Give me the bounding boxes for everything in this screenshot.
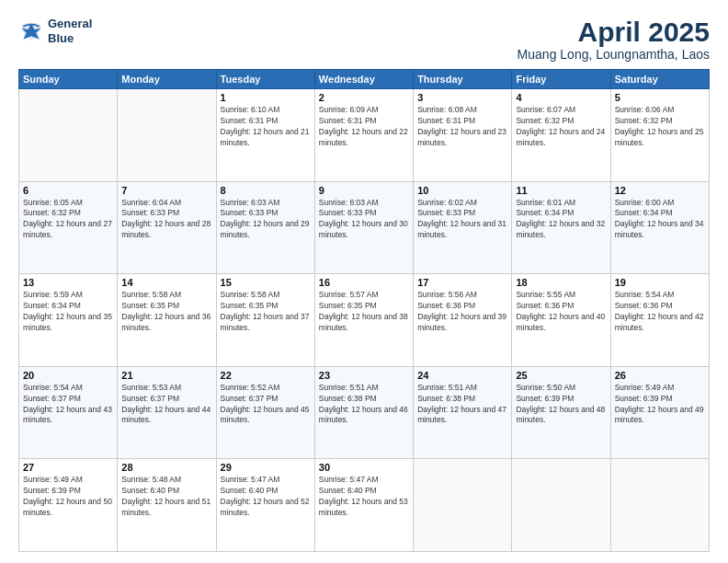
day-detail: Sunrise: 5:58 AMSunset: 6:35 PMDaylight:… — [221, 290, 311, 334]
calendar-week-row: 27Sunrise: 5:49 AMSunset: 6:39 PMDayligh… — [19, 459, 710, 552]
day-number: 2 — [319, 92, 409, 103]
calendar-cell: 11Sunrise: 6:01 AMSunset: 6:34 PMDayligh… — [512, 181, 610, 274]
calendar-cell: 6Sunrise: 6:05 AMSunset: 6:32 PMDaylight… — [19, 181, 118, 274]
calendar-cell — [512, 459, 610, 552]
calendar-week-row: 20Sunrise: 5:54 AMSunset: 6:37 PMDayligh… — [19, 366, 710, 459]
day-number: 13 — [23, 277, 113, 288]
day-number: 7 — [121, 185, 211, 196]
day-detail: Sunrise: 6:08 AMSunset: 6:31 PMDaylight:… — [417, 105, 507, 149]
day-number: 26 — [615, 370, 705, 381]
day-number: 15 — [221, 277, 311, 288]
calendar-header: Sunday Monday Tuesday Wednesday Thursday… — [19, 70, 710, 89]
calendar-cell: 18Sunrise: 5:55 AMSunset: 6:36 PMDayligh… — [512, 274, 610, 367]
day-number: 23 — [319, 370, 409, 381]
day-detail: Sunrise: 5:50 AMSunset: 6:39 PMDaylight:… — [516, 383, 606, 427]
day-number: 16 — [319, 277, 409, 288]
calendar-cell: 4Sunrise: 6:07 AMSunset: 6:32 PMDaylight… — [512, 89, 610, 182]
calendar-cell: 30Sunrise: 5:47 AMSunset: 6:40 PMDayligh… — [314, 459, 413, 552]
calendar-cell: 14Sunrise: 5:58 AMSunset: 6:35 PMDayligh… — [118, 274, 216, 367]
day-number: 14 — [121, 277, 211, 288]
location-title: Muang Long, Loungnamtha, Laos — [518, 47, 710, 62]
day-number: 6 — [23, 185, 113, 196]
day-detail: Sunrise: 5:59 AMSunset: 6:34 PMDaylight:… — [23, 290, 113, 334]
calendar-cell: 2Sunrise: 6:09 AMSunset: 6:31 PMDaylight… — [314, 89, 413, 182]
calendar-cell: 9Sunrise: 6:03 AMSunset: 6:33 PMDaylight… — [314, 181, 413, 274]
logo-icon — [18, 18, 44, 44]
day-number: 18 — [516, 277, 606, 288]
day-detail: Sunrise: 5:47 AMSunset: 6:40 PMDaylight:… — [319, 475, 409, 519]
col-wednesday: Wednesday — [314, 70, 413, 89]
calendar-cell: 16Sunrise: 5:57 AMSunset: 6:35 PMDayligh… — [314, 274, 413, 367]
day-number: 8 — [221, 185, 311, 196]
day-number: 4 — [516, 92, 606, 103]
day-detail: Sunrise: 5:54 AMSunset: 6:36 PMDaylight:… — [615, 290, 705, 334]
calendar-cell: 13Sunrise: 5:59 AMSunset: 6:34 PMDayligh… — [19, 274, 118, 367]
col-tuesday: Tuesday — [216, 70, 314, 89]
col-friday: Friday — [512, 70, 610, 89]
calendar-cell: 5Sunrise: 6:06 AMSunset: 6:32 PMDaylight… — [610, 89, 709, 182]
day-number: 12 — [615, 185, 705, 196]
day-number: 27 — [23, 462, 113, 473]
day-number: 19 — [615, 277, 705, 288]
day-detail: Sunrise: 6:02 AMSunset: 6:33 PMDaylight:… — [417, 198, 507, 242]
day-number: 22 — [221, 370, 311, 381]
calendar-cell — [118, 89, 216, 182]
calendar-cell — [610, 459, 709, 552]
calendar-week-row: 13Sunrise: 5:59 AMSunset: 6:34 PMDayligh… — [19, 274, 710, 367]
day-detail: Sunrise: 6:07 AMSunset: 6:32 PMDaylight:… — [516, 105, 606, 149]
calendar-cell: 3Sunrise: 6:08 AMSunset: 6:31 PMDaylight… — [414, 89, 512, 182]
day-detail: Sunrise: 5:58 AMSunset: 6:35 PMDaylight:… — [121, 290, 211, 334]
header-row: Sunday Monday Tuesday Wednesday Thursday… — [19, 70, 710, 89]
calendar-cell: 28Sunrise: 5:48 AMSunset: 6:40 PMDayligh… — [118, 459, 216, 552]
calendar-cell: 23Sunrise: 5:51 AMSunset: 6:38 PMDayligh… — [314, 366, 413, 459]
day-detail: Sunrise: 6:06 AMSunset: 6:32 PMDaylight:… — [615, 105, 705, 149]
logo-text-block: General Blue — [48, 17, 92, 45]
calendar-cell: 12Sunrise: 6:00 AMSunset: 6:34 PMDayligh… — [610, 181, 709, 274]
day-detail: Sunrise: 5:49 AMSunset: 6:39 PMDaylight:… — [615, 383, 705, 427]
calendar-cell: 17Sunrise: 5:56 AMSunset: 6:36 PMDayligh… — [414, 274, 512, 367]
day-detail: Sunrise: 5:54 AMSunset: 6:37 PMDaylight:… — [23, 383, 113, 427]
calendar-cell: 21Sunrise: 5:53 AMSunset: 6:37 PMDayligh… — [118, 366, 216, 459]
day-number: 3 — [417, 92, 507, 103]
day-number: 29 — [221, 462, 311, 473]
logo: General Blue — [18, 17, 92, 45]
day-detail: Sunrise: 5:51 AMSunset: 6:38 PMDaylight:… — [417, 383, 507, 427]
day-detail: Sunrise: 6:09 AMSunset: 6:31 PMDaylight:… — [319, 105, 409, 149]
day-number: 30 — [319, 462, 409, 473]
day-detail: Sunrise: 6:04 AMSunset: 6:33 PMDaylight:… — [121, 198, 211, 242]
day-number: 10 — [417, 185, 507, 196]
day-detail: Sunrise: 5:48 AMSunset: 6:40 PMDaylight:… — [121, 475, 211, 519]
day-detail: Sunrise: 5:53 AMSunset: 6:37 PMDaylight:… — [121, 383, 211, 427]
day-detail: Sunrise: 6:03 AMSunset: 6:33 PMDaylight:… — [221, 198, 311, 242]
day-detail: Sunrise: 6:01 AMSunset: 6:34 PMDaylight:… — [516, 198, 606, 242]
calendar-cell: 7Sunrise: 6:04 AMSunset: 6:33 PMDaylight… — [118, 181, 216, 274]
calendar-cell: 24Sunrise: 5:51 AMSunset: 6:38 PMDayligh… — [414, 366, 512, 459]
calendar-cell: 1Sunrise: 6:10 AMSunset: 6:31 PMDaylight… — [216, 89, 314, 182]
day-detail: Sunrise: 5:49 AMSunset: 6:39 PMDaylight:… — [23, 475, 113, 519]
day-detail: Sunrise: 5:56 AMSunset: 6:36 PMDaylight:… — [417, 290, 507, 334]
calendar-page: General Blue April 2025 Muang Long, Loun… — [0, 0, 728, 563]
day-number: 21 — [121, 370, 211, 381]
calendar-cell: 25Sunrise: 5:50 AMSunset: 6:39 PMDayligh… — [512, 366, 610, 459]
day-number: 25 — [516, 370, 606, 381]
logo-line1: General — [48, 17, 92, 31]
calendar-cell — [19, 89, 118, 182]
day-detail: Sunrise: 6:05 AMSunset: 6:32 PMDaylight:… — [23, 198, 113, 242]
day-number: 1 — [221, 92, 311, 103]
calendar-cell: 8Sunrise: 6:03 AMSunset: 6:33 PMDaylight… — [216, 181, 314, 274]
header: General Blue April 2025 Muang Long, Loun… — [18, 17, 710, 62]
day-detail: Sunrise: 5:57 AMSunset: 6:35 PMDaylight:… — [319, 290, 409, 334]
calendar-cell: 26Sunrise: 5:49 AMSunset: 6:39 PMDayligh… — [610, 366, 709, 459]
day-detail: Sunrise: 6:00 AMSunset: 6:34 PMDaylight:… — [615, 198, 705, 242]
calendar-week-row: 6Sunrise: 6:05 AMSunset: 6:32 PMDaylight… — [19, 181, 710, 274]
calendar-cell: 27Sunrise: 5:49 AMSunset: 6:39 PMDayligh… — [19, 459, 118, 552]
day-number: 11 — [516, 185, 606, 196]
calendar-cell: 22Sunrise: 5:52 AMSunset: 6:37 PMDayligh… — [216, 366, 314, 459]
calendar-cell: 29Sunrise: 5:47 AMSunset: 6:40 PMDayligh… — [216, 459, 314, 552]
month-title: April 2025 — [518, 17, 710, 47]
calendar-cell: 19Sunrise: 5:54 AMSunset: 6:36 PMDayligh… — [610, 274, 709, 367]
calendar-week-row: 1Sunrise: 6:10 AMSunset: 6:31 PMDaylight… — [19, 89, 710, 182]
day-detail: Sunrise: 6:03 AMSunset: 6:33 PMDaylight:… — [319, 198, 409, 242]
day-detail: Sunrise: 5:55 AMSunset: 6:36 PMDaylight:… — [516, 290, 606, 334]
day-detail: Sunrise: 5:52 AMSunset: 6:37 PMDaylight:… — [221, 383, 311, 427]
